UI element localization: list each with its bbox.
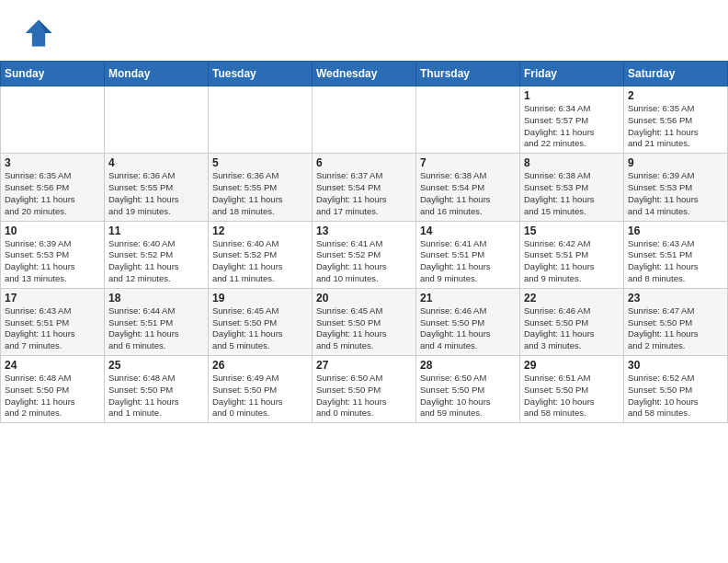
day-number: 2: [628, 89, 723, 102]
day-info: Sunrise: 6:50 AMSunset: 5:50 PMDaylight:…: [316, 373, 412, 419]
day-info: Sunrise: 6:39 AMSunset: 5:53 PMDaylight:…: [628, 170, 723, 217]
day-number: 30: [628, 359, 723, 372]
day-of-week-header: Tuesday: [209, 62, 313, 86]
day-number: 16: [628, 224, 723, 237]
calendar-day-cell: 5Sunrise: 6:36 AMSunset: 5:55 PMDaylight…: [209, 154, 313, 221]
header: [0, 0, 728, 57]
day-info: Sunrise: 6:45 AMSunset: 5:50 PMDaylight:…: [212, 305, 308, 352]
day-info: Sunrise: 6:48 AMSunset: 5:50 PMDaylight:…: [108, 373, 204, 419]
calendar-day-cell: 4Sunrise: 6:36 AMSunset: 5:55 PMDaylight…: [105, 154, 209, 221]
day-number: 14: [420, 224, 516, 237]
calendar-day-cell: [313, 86, 416, 154]
calendar-day-cell: 6Sunrise: 6:37 AMSunset: 5:54 PMDaylight…: [313, 154, 416, 221]
day-info: Sunrise: 6:49 AMSunset: 5:50 PMDaylight:…: [212, 373, 308, 419]
day-number: 1: [524, 89, 620, 102]
day-of-week-header: Thursday: [416, 62, 520, 86]
calendar-day-cell: 23Sunrise: 6:47 AMSunset: 5:50 PMDayligh…: [624, 288, 728, 355]
day-number: 20: [316, 292, 412, 304]
calendar-day-cell: 25Sunrise: 6:48 AMSunset: 5:50 PMDayligh…: [105, 356, 209, 423]
day-info: Sunrise: 6:43 AMSunset: 5:51 PMDaylight:…: [628, 238, 723, 285]
day-info: Sunrise: 6:35 AMSunset: 5:56 PMDaylight:…: [628, 103, 723, 150]
calendar-day-cell: 20Sunrise: 6:45 AMSunset: 5:50 PMDayligh…: [313, 288, 416, 355]
calendar-day-cell: 8Sunrise: 6:38 AMSunset: 5:53 PMDaylight…: [520, 154, 624, 221]
calendar-day-cell: 18Sunrise: 6:44 AMSunset: 5:51 PMDayligh…: [105, 288, 209, 355]
day-info: Sunrise: 6:38 AMSunset: 5:54 PMDaylight:…: [420, 170, 516, 217]
day-number: 4: [108, 156, 204, 169]
calendar-day-cell: 19Sunrise: 6:45 AMSunset: 5:50 PMDayligh…: [209, 288, 313, 355]
calendar-day-cell: 11Sunrise: 6:40 AMSunset: 5:52 PMDayligh…: [105, 221, 209, 288]
day-number: 7: [420, 156, 516, 169]
day-number: 8: [524, 156, 620, 169]
calendar-day-cell: 24Sunrise: 6:48 AMSunset: 5:50 PMDayligh…: [1, 356, 105, 423]
day-number: 26: [212, 359, 308, 372]
day-info: Sunrise: 6:41 AMSunset: 5:52 PMDaylight:…: [316, 238, 412, 285]
calendar-day-cell: 21Sunrise: 6:46 AMSunset: 5:50 PMDayligh…: [416, 288, 520, 355]
day-info: Sunrise: 6:36 AMSunset: 5:55 PMDaylight:…: [212, 170, 308, 217]
calendar-day-cell: 7Sunrise: 6:38 AMSunset: 5:54 PMDaylight…: [416, 154, 520, 221]
day-info: Sunrise: 6:46 AMSunset: 5:50 PMDaylight:…: [524, 305, 620, 352]
day-info: Sunrise: 6:51 AMSunset: 5:50 PMDaylight:…: [524, 373, 620, 419]
calendar-day-cell: 28Sunrise: 6:50 AMSunset: 5:50 PMDayligh…: [416, 356, 520, 423]
day-of-week-header: Wednesday: [313, 62, 416, 86]
calendar-day-cell: 22Sunrise: 6:46 AMSunset: 5:50 PMDayligh…: [520, 288, 624, 355]
calendar-day-cell: 13Sunrise: 6:41 AMSunset: 5:52 PMDayligh…: [313, 221, 416, 288]
calendar-day-cell: [105, 86, 209, 154]
calendar-day-cell: 12Sunrise: 6:40 AMSunset: 5:52 PMDayligh…: [209, 221, 313, 288]
day-of-week-header: Monday: [105, 62, 209, 86]
day-info: Sunrise: 6:44 AMSunset: 5:51 PMDaylight:…: [108, 305, 204, 352]
day-number: 17: [5, 292, 100, 304]
calendar-day-cell: 29Sunrise: 6:51 AMSunset: 5:50 PMDayligh…: [520, 356, 624, 423]
day-info: Sunrise: 6:37 AMSunset: 5:54 PMDaylight:…: [316, 170, 412, 217]
day-number: 24: [5, 359, 100, 372]
logo: [22, 17, 59, 50]
day-number: 3: [5, 156, 100, 169]
day-info: Sunrise: 6:50 AMSunset: 5:50 PMDaylight:…: [420, 373, 516, 419]
day-info: Sunrise: 6:46 AMSunset: 5:50 PMDaylight:…: [420, 305, 516, 352]
logo-icon: [22, 17, 55, 50]
day-info: Sunrise: 6:52 AMSunset: 5:50 PMDaylight:…: [628, 373, 723, 419]
day-info: Sunrise: 6:48 AMSunset: 5:50 PMDaylight:…: [5, 373, 100, 419]
day-info: Sunrise: 6:38 AMSunset: 5:53 PMDaylight:…: [524, 170, 620, 217]
calendar-day-cell: 1Sunrise: 6:34 AMSunset: 5:57 PMDaylight…: [520, 86, 624, 154]
day-number: 9: [628, 156, 723, 169]
day-number: 27: [316, 359, 412, 372]
day-info: Sunrise: 6:47 AMSunset: 5:50 PMDaylight:…: [628, 305, 723, 352]
day-info: Sunrise: 6:39 AMSunset: 5:53 PMDaylight:…: [5, 238, 100, 285]
page: SundayMondayTuesdayWednesdayThursdayFrid…: [0, 0, 728, 563]
calendar-week-row: 10Sunrise: 6:39 AMSunset: 5:53 PMDayligh…: [1, 221, 728, 288]
calendar-day-cell: [1, 86, 105, 154]
day-number: 22: [524, 292, 620, 304]
day-number: 5: [212, 156, 308, 169]
calendar-day-cell: 16Sunrise: 6:43 AMSunset: 5:51 PMDayligh…: [624, 221, 728, 288]
calendar-day-cell: 30Sunrise: 6:52 AMSunset: 5:50 PMDayligh…: [624, 356, 728, 423]
day-of-week-header: Friday: [520, 62, 624, 86]
calendar-day-cell: 26Sunrise: 6:49 AMSunset: 5:50 PMDayligh…: [209, 356, 313, 423]
calendar-day-cell: 3Sunrise: 6:35 AMSunset: 5:56 PMDaylight…: [1, 154, 105, 221]
day-number: 29: [524, 359, 620, 372]
day-of-week-header: Sunday: [1, 62, 105, 86]
calendar-day-cell: 15Sunrise: 6:42 AMSunset: 5:51 PMDayligh…: [520, 221, 624, 288]
day-info: Sunrise: 6:34 AMSunset: 5:57 PMDaylight:…: [524, 103, 620, 150]
calendar-day-cell: 2Sunrise: 6:35 AMSunset: 5:56 PMDaylight…: [624, 86, 728, 154]
day-info: Sunrise: 6:42 AMSunset: 5:51 PMDaylight:…: [524, 238, 620, 285]
calendar-day-cell: 17Sunrise: 6:43 AMSunset: 5:51 PMDayligh…: [1, 288, 105, 355]
day-info: Sunrise: 6:40 AMSunset: 5:52 PMDaylight:…: [212, 238, 308, 285]
day-info: Sunrise: 6:45 AMSunset: 5:50 PMDaylight:…: [316, 305, 412, 352]
day-info: Sunrise: 6:36 AMSunset: 5:55 PMDaylight:…: [108, 170, 204, 217]
day-number: 6: [316, 156, 412, 169]
calendar-table: SundayMondayTuesdayWednesdayThursdayFrid…: [0, 61, 728, 423]
calendar-week-row: 17Sunrise: 6:43 AMSunset: 5:51 PMDayligh…: [1, 288, 728, 355]
calendar-day-cell: 9Sunrise: 6:39 AMSunset: 5:53 PMDaylight…: [624, 154, 728, 221]
day-number: 18: [108, 292, 204, 304]
day-number: 23: [628, 292, 723, 304]
day-of-week-header: Saturday: [624, 62, 728, 86]
day-number: 19: [212, 292, 308, 304]
day-number: 15: [524, 224, 620, 237]
day-number: 12: [212, 224, 308, 237]
calendar-day-cell: [209, 86, 313, 154]
day-number: 28: [420, 359, 516, 372]
day-info: Sunrise: 6:41 AMSunset: 5:51 PMDaylight:…: [420, 238, 516, 285]
calendar-day-cell: [416, 86, 520, 154]
day-number: 11: [108, 224, 204, 237]
calendar-week-row: 24Sunrise: 6:48 AMSunset: 5:50 PMDayligh…: [1, 356, 728, 423]
